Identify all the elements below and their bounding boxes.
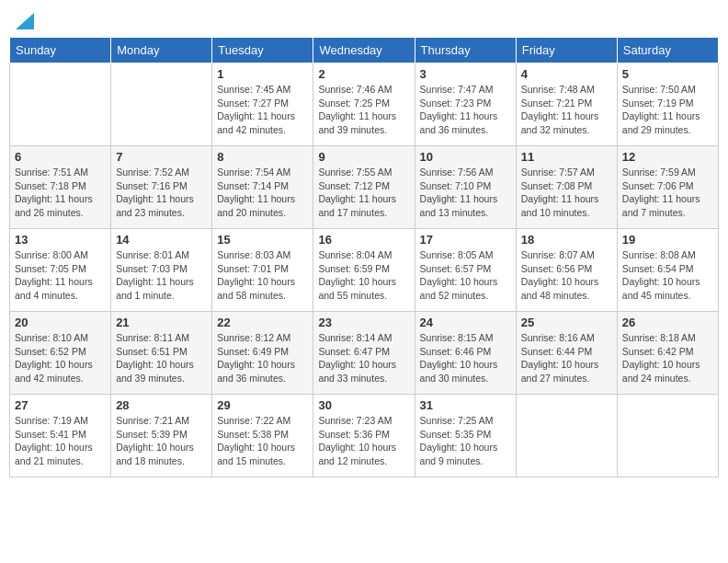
day-info: Sunrise: 8:00 AMSunset: 7:05 PMDaylight:… [15, 249, 93, 301]
day-number: 5 [622, 67, 713, 81]
day-number: 3 [420, 67, 511, 81]
day-info: Sunrise: 7:48 AMSunset: 7:21 PMDaylight:… [521, 84, 599, 135]
calendar-day-cell [617, 395, 718, 477]
calendar-week-row: 6Sunrise: 7:51 AMSunset: 7:18 PMDaylight… [10, 146, 719, 229]
calendar-day-cell: 9Sunrise: 7:55 AMSunset: 7:12 PMDaylight… [313, 146, 415, 229]
day-number: 22 [217, 316, 308, 329]
calendar-day-cell: 28Sunrise: 7:21 AMSunset: 5:39 PMDayligh… [111, 395, 212, 477]
calendar-week-row: 27Sunrise: 7:19 AMSunset: 5:41 PMDayligh… [10, 395, 719, 477]
logo [13, 9, 34, 29]
weekday-cell: Saturday [617, 38, 718, 63]
day-number: 7 [116, 150, 207, 164]
day-info: Sunrise: 8:11 AMSunset: 6:51 PMDaylight:… [116, 332, 194, 384]
day-number: 23 [318, 316, 409, 329]
calendar-day-cell: 4Sunrise: 7:48 AMSunset: 7:21 PMDaylight… [516, 63, 617, 146]
calendar-day-cell: 6Sunrise: 7:51 AMSunset: 7:18 PMDaylight… [10, 146, 111, 229]
day-info: Sunrise: 8:10 AMSunset: 6:52 PMDaylight:… [15, 332, 93, 384]
day-number: 20 [15, 316, 106, 329]
day-info: Sunrise: 7:51 AMSunset: 7:18 PMDaylight:… [15, 167, 93, 218]
calendar-day-cell: 14Sunrise: 8:01 AMSunset: 7:03 PMDayligh… [111, 229, 212, 312]
calendar-day-cell: 8Sunrise: 7:54 AMSunset: 7:14 PMDaylight… [212, 146, 313, 229]
calendar-day-cell: 24Sunrise: 8:15 AMSunset: 6:46 PMDayligh… [415, 312, 516, 395]
day-number: 16 [318, 233, 409, 247]
logo-icon [16, 9, 34, 29]
calendar-table: SundayMondayTuesdayWednesdayThursdayFrid… [9, 37, 719, 477]
calendar-day-cell: 16Sunrise: 8:04 AMSunset: 6:59 PMDayligh… [313, 229, 415, 312]
calendar-day-cell: 31Sunrise: 7:25 AMSunset: 5:35 PMDayligh… [415, 395, 516, 477]
day-info: Sunrise: 8:12 AMSunset: 6:49 PMDaylight:… [217, 332, 295, 384]
calendar-week-row: 1Sunrise: 7:45 AMSunset: 7:27 PMDaylight… [10, 63, 719, 146]
calendar-day-cell: 30Sunrise: 7:23 AMSunset: 5:36 PMDayligh… [313, 395, 415, 477]
day-info: Sunrise: 8:07 AMSunset: 6:56 PMDaylight:… [521, 249, 599, 301]
calendar-day-cell: 18Sunrise: 8:07 AMSunset: 6:56 PMDayligh… [516, 229, 617, 312]
day-number: 25 [521, 316, 612, 329]
day-info: Sunrise: 7:47 AMSunset: 7:23 PMDaylight:… [420, 84, 498, 135]
calendar-day-cell: 10Sunrise: 7:56 AMSunset: 7:10 PMDayligh… [415, 146, 516, 229]
day-number: 17 [420, 233, 511, 247]
day-info: Sunrise: 8:03 AMSunset: 7:01 PMDaylight:… [217, 249, 295, 301]
calendar-day-cell: 27Sunrise: 7:19 AMSunset: 5:41 PMDayligh… [10, 395, 111, 477]
calendar-day-cell: 25Sunrise: 8:16 AMSunset: 6:44 PMDayligh… [516, 312, 617, 395]
calendar-day-cell: 29Sunrise: 7:22 AMSunset: 5:38 PMDayligh… [212, 395, 313, 477]
day-info: Sunrise: 8:01 AMSunset: 7:03 PMDaylight:… [116, 249, 194, 301]
day-info: Sunrise: 7:54 AMSunset: 7:14 PMDaylight:… [217, 167, 295, 218]
day-info: Sunrise: 7:55 AMSunset: 7:12 PMDaylight:… [318, 167, 396, 218]
calendar-day-cell: 11Sunrise: 7:57 AMSunset: 7:08 PMDayligh… [516, 146, 617, 229]
calendar-day-cell: 5Sunrise: 7:50 AMSunset: 7:19 PMDaylight… [617, 63, 718, 146]
day-info: Sunrise: 7:21 AMSunset: 5:39 PMDaylight:… [116, 415, 194, 466]
calendar-day-cell: 17Sunrise: 8:05 AMSunset: 6:57 PMDayligh… [415, 229, 516, 312]
day-info: Sunrise: 8:14 AMSunset: 6:47 PMDaylight:… [318, 332, 396, 384]
calendar-week-row: 20Sunrise: 8:10 AMSunset: 6:52 PMDayligh… [10, 312, 719, 395]
day-number: 31 [420, 398, 511, 412]
day-number: 8 [217, 150, 308, 164]
calendar-day-cell: 13Sunrise: 8:00 AMSunset: 7:05 PMDayligh… [10, 229, 111, 312]
weekday-cell: Thursday [415, 38, 516, 63]
day-info: Sunrise: 8:08 AMSunset: 6:54 PMDaylight:… [622, 249, 700, 301]
day-info: Sunrise: 7:52 AMSunset: 7:16 PMDaylight:… [116, 167, 194, 218]
weekday-cell: Tuesday [212, 38, 313, 63]
day-info: Sunrise: 8:04 AMSunset: 6:59 PMDaylight:… [318, 249, 396, 301]
day-number: 19 [622, 233, 713, 247]
day-info: Sunrise: 7:25 AMSunset: 5:35 PMDaylight:… [420, 415, 498, 466]
day-number: 9 [318, 150, 409, 164]
day-info: Sunrise: 7:23 AMSunset: 5:36 PMDaylight:… [318, 415, 396, 466]
calendar-day-cell: 15Sunrise: 8:03 AMSunset: 7:01 PMDayligh… [212, 229, 313, 312]
calendar-day-cell: 7Sunrise: 7:52 AMSunset: 7:16 PMDaylight… [111, 146, 212, 229]
day-number: 12 [622, 150, 713, 164]
calendar-day-cell: 22Sunrise: 8:12 AMSunset: 6:49 PMDayligh… [212, 312, 313, 395]
day-info: Sunrise: 7:22 AMSunset: 5:38 PMDaylight:… [217, 415, 295, 466]
calendar-day-cell [111, 63, 212, 146]
calendar-day-cell: 26Sunrise: 8:18 AMSunset: 6:42 PMDayligh… [617, 312, 718, 395]
calendar-header [9, 9, 719, 29]
calendar-day-cell: 12Sunrise: 7:59 AMSunset: 7:06 PMDayligh… [617, 146, 718, 229]
weekday-header: SundayMondayTuesdayWednesdayThursdayFrid… [10, 38, 719, 63]
day-number: 11 [521, 150, 612, 164]
weekday-cell: Wednesday [313, 38, 415, 63]
day-info: Sunrise: 7:46 AMSunset: 7:25 PMDaylight:… [318, 84, 396, 135]
weekday-cell: Sunday [10, 38, 111, 63]
day-number: 27 [15, 398, 106, 412]
day-info: Sunrise: 8:18 AMSunset: 6:42 PMDaylight:… [622, 332, 700, 384]
calendar-day-cell: 19Sunrise: 8:08 AMSunset: 6:54 PMDayligh… [617, 229, 718, 312]
day-info: Sunrise: 7:57 AMSunset: 7:08 PMDaylight:… [521, 167, 599, 218]
day-number: 13 [15, 233, 106, 247]
day-number: 6 [15, 150, 106, 164]
calendar-week-row: 13Sunrise: 8:00 AMSunset: 7:05 PMDayligh… [10, 229, 719, 312]
calendar-day-cell [516, 395, 617, 477]
svg-marker-0 [16, 13, 34, 29]
calendar-day-cell: 2Sunrise: 7:46 AMSunset: 7:25 PMDaylight… [313, 63, 415, 146]
day-number: 10 [420, 150, 511, 164]
day-number: 14 [116, 233, 207, 247]
day-number: 24 [420, 316, 511, 329]
calendar-day-cell: 21Sunrise: 8:11 AMSunset: 6:51 PMDayligh… [111, 312, 212, 395]
calendar-day-cell: 1Sunrise: 7:45 AMSunset: 7:27 PMDaylight… [212, 63, 313, 146]
calendar-day-cell [10, 63, 111, 146]
day-info: Sunrise: 7:56 AMSunset: 7:10 PMDaylight:… [420, 167, 498, 218]
day-number: 4 [521, 67, 612, 81]
day-number: 29 [217, 398, 308, 412]
day-number: 30 [318, 398, 409, 412]
day-number: 15 [217, 233, 308, 247]
day-info: Sunrise: 7:45 AMSunset: 7:27 PMDaylight:… [217, 84, 295, 135]
day-info: Sunrise: 8:05 AMSunset: 6:57 PMDaylight:… [420, 249, 498, 301]
day-number: 28 [116, 398, 207, 412]
